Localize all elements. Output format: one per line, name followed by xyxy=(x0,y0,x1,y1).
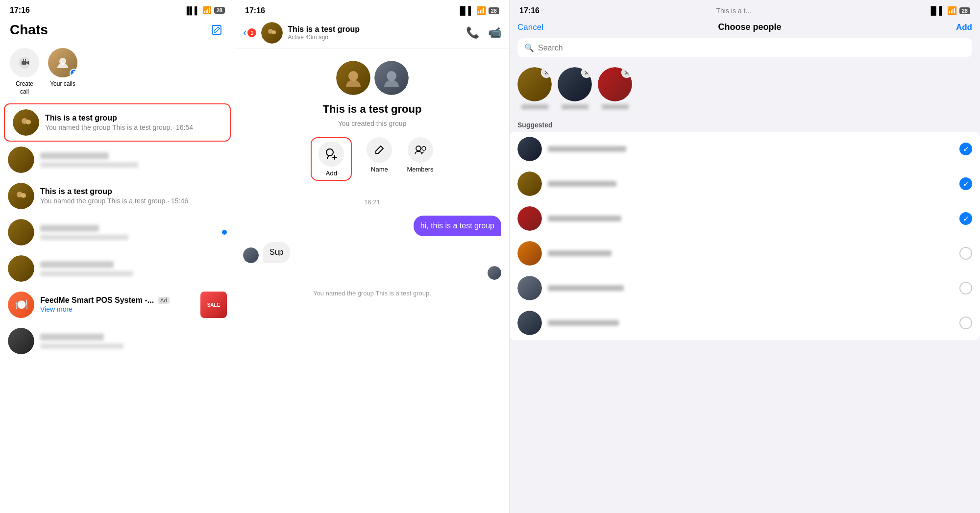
status-bar-panel2: 17:16 ▐▌▌ 📶 28 xyxy=(235,0,509,18)
chat-content-4 xyxy=(40,225,216,240)
feedme-name: FeedMe Smart POS System -... xyxy=(40,296,154,305)
group-action-add[interactable]: Add xyxy=(311,137,352,181)
create-call-label: Createcall xyxy=(16,80,33,96)
search-icon: 🔍 xyxy=(524,43,534,52)
add-circle xyxy=(318,141,344,167)
view-more-link[interactable]: View more xyxy=(40,305,73,313)
svg-rect-4 xyxy=(25,59,26,61)
chat-header-info: This is a test group Active 43m ago xyxy=(288,25,461,41)
video-icon[interactable]: 📹 xyxy=(488,26,501,39)
system-message-renamed: You named the group This is a test group… xyxy=(253,290,491,297)
person-avatar-2 xyxy=(517,171,542,196)
person-name-2 xyxy=(548,181,954,187)
status-bar-panel1: 17:16 ▐▌▌ 📶 28 xyxy=(0,0,235,18)
messages-area: 16:21 hi, this is a test group Sup You n… xyxy=(235,189,509,513)
battery-panel1: 28 xyxy=(214,7,225,14)
chat-item-4[interactable] xyxy=(0,214,235,250)
selected-person-3[interactable]: ✕ xyxy=(598,67,632,109)
feedme-avatar: 🍽️ xyxy=(8,292,34,318)
chat-item-test-group-1[interactable]: This is a test group You named the group… xyxy=(4,103,231,142)
chat-content-5 xyxy=(40,261,227,276)
svg-point-11 xyxy=(272,30,276,34)
chat-content-2 xyxy=(40,152,227,168)
time-panel2: 17:16 xyxy=(245,6,265,15)
ad-badge: Ad xyxy=(158,297,169,304)
person-item-5[interactable] xyxy=(510,271,980,305)
status-icons-panel1: ▐▌▌ 📶 28 xyxy=(184,6,225,15)
add-button[interactable]: Add xyxy=(956,23,972,32)
person-item-6[interactable] xyxy=(510,306,980,340)
chat-avatar-group2 xyxy=(8,183,34,209)
your-calls-action[interactable]: 1 Your calls xyxy=(48,48,77,88)
chat-avatar-7 xyxy=(8,328,34,354)
choose-people-panel: 17:16 This is a t... ▐▌▌ 📶 28 Cancel Cho… xyxy=(510,0,980,513)
check-circle-1[interactable]: ✓ xyxy=(959,143,972,155)
remove-badge-3[interactable]: ✕ xyxy=(621,67,632,78)
person-avatar-6 xyxy=(517,311,542,335)
svg-point-7 xyxy=(26,120,31,124)
chat-item-2[interactable] xyxy=(0,142,235,178)
check-circle-5[interactable] xyxy=(959,282,972,294)
message-bubble-sup: Sup xyxy=(263,242,290,263)
remove-badge-1[interactable]: ✕ xyxy=(541,67,552,78)
timestamp-1621: 16:21 xyxy=(243,198,501,206)
wifi-icon-3: 📶 xyxy=(947,6,957,15)
check-circle-6[interactable] xyxy=(959,317,972,329)
remove-badge-2[interactable]: ✕ xyxy=(581,67,592,78)
group-subtitle: You created this group xyxy=(338,120,407,127)
person-item-4[interactable] xyxy=(510,236,980,270)
name-label: Name xyxy=(371,166,388,173)
chevron-left-icon: ‹ xyxy=(243,26,246,39)
chat-item-7[interactable] xyxy=(0,323,235,359)
selected-person-1[interactable]: ✕ xyxy=(517,67,552,109)
chats-panel: 17:16 ▐▌▌ 📶 28 Chats xyxy=(0,0,235,513)
wifi-icon-2: 📶 xyxy=(476,6,486,15)
check-circle-3[interactable]: ✓ xyxy=(959,212,972,225)
svg-point-18 xyxy=(422,147,426,150)
group-action-members[interactable]: Members xyxy=(407,137,433,181)
chat-preview-3: You named the group This is a test group… xyxy=(40,197,227,205)
selected-name-1 xyxy=(521,104,548,109)
person-avatar-1 xyxy=(517,137,542,161)
group-action-name[interactable]: Name xyxy=(367,137,392,181)
edit-icon[interactable] xyxy=(208,22,225,38)
your-calls-avatar: 1 xyxy=(48,48,77,77)
chat-item-feedme[interactable]: 🍽️ FeedMe Smart POS System -... Ad View … xyxy=(0,287,235,323)
chat-avatar-group1 xyxy=(13,109,39,136)
ad-thumbnail: SALE xyxy=(200,292,227,318)
check-circle-2[interactable]: ✓ xyxy=(959,177,972,190)
check-circle-4[interactable] xyxy=(959,247,972,260)
chat-item-test-group-2[interactable]: This is a test group You named the group… xyxy=(0,178,235,214)
chat-header-status: Active 43m ago xyxy=(288,34,461,41)
create-call-circle xyxy=(10,48,39,77)
person-name-5 xyxy=(548,285,954,291)
chat-header: ‹ 1 This is a test group Active 43m ago … xyxy=(235,18,509,49)
group-avatars xyxy=(336,61,409,95)
phone-icon[interactable]: 📞 xyxy=(466,26,479,39)
time-panel3: 17:16 xyxy=(519,6,539,15)
person-item-1[interactable]: ✓ xyxy=(510,132,980,166)
svg-rect-3 xyxy=(23,59,24,61)
battery-panel2: 28 xyxy=(489,7,499,14)
signal-icon: ▐▌▌ xyxy=(184,6,200,15)
chat-content-3: This is a test group You named the group… xyxy=(40,187,227,205)
create-call-action[interactable]: Createcall xyxy=(10,48,39,96)
person-name-6 xyxy=(548,320,954,326)
name-circle xyxy=(367,137,392,163)
back-button[interactable]: ‹ 1 xyxy=(243,26,256,39)
suggested-group: ✓ ✓ ✓ xyxy=(510,132,980,340)
message-bubble-outgoing-1: hi, this is a test group xyxy=(414,216,501,236)
selected-person-2[interactable]: ✕ xyxy=(558,67,592,109)
cancel-button[interactable]: Cancel xyxy=(517,23,543,32)
search-input[interactable] xyxy=(538,44,965,52)
battery-panel3: 28 xyxy=(959,7,970,14)
person-item-3[interactable]: ✓ xyxy=(510,201,980,236)
chats-title: Chats xyxy=(10,22,48,38)
unread-indicator-4 xyxy=(222,230,227,235)
person-item-2[interactable]: ✓ xyxy=(510,167,980,201)
svg-point-9 xyxy=(21,193,26,198)
chat-item-5[interactable] xyxy=(0,250,235,287)
wifi-icon: 📶 xyxy=(202,6,212,15)
search-box: 🔍 xyxy=(517,38,972,57)
suggested-people-list: ✓ ✓ ✓ xyxy=(510,132,980,513)
